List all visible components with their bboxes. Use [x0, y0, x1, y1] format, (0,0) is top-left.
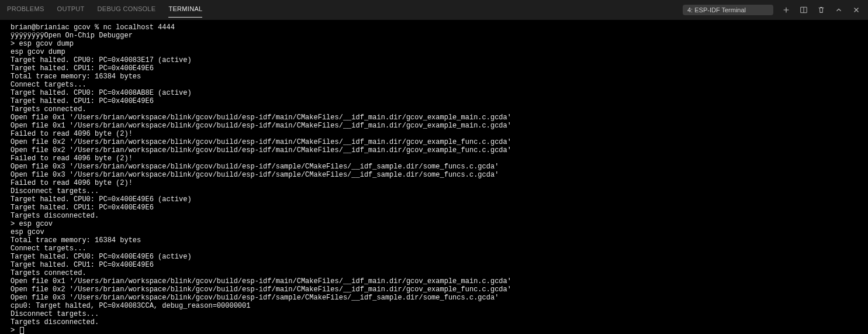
tab-debug-console[interactable]: DEBUG CONSOLE — [98, 2, 156, 18]
terminal-selector-dropdown[interactable]: 4: ESP-IDF Terminal — [683, 5, 773, 15]
terminal-output[interactable]: brian@brianiac gcov % nc localhost 4444 … — [0, 20, 868, 334]
terminal-lines: brian@brianiac gcov % nc localhost 4444 … — [11, 23, 511, 326]
tab-terminal[interactable]: TERMINAL — [168, 2, 202, 18]
panel-tabs: PROBLEMS OUTPUT DEBUG CONSOLE TERMINAL — [7, 0, 202, 19]
new-terminal-button[interactable] — [781, 5, 791, 15]
panel-header: PROBLEMS OUTPUT DEBUG CONSOLE TERMINAL 4… — [0, 0, 868, 20]
panel-actions: 4: ESP-IDF Terminal — [683, 5, 861, 15]
tab-problems[interactable]: PROBLEMS — [7, 2, 44, 18]
tab-output[interactable]: OUTPUT — [57, 2, 85, 18]
maximize-panel-button[interactable] — [834, 5, 843, 15]
close-panel-button[interactable] — [852, 5, 861, 15]
terminal-selector-label: 4: ESP-IDF Terminal — [687, 6, 746, 13]
terminal-cursor — [20, 327, 24, 334]
kill-terminal-button[interactable] — [817, 5, 826, 15]
terminal-prompt: > — [11, 326, 19, 334]
split-terminal-button[interactable] — [799, 5, 808, 15]
